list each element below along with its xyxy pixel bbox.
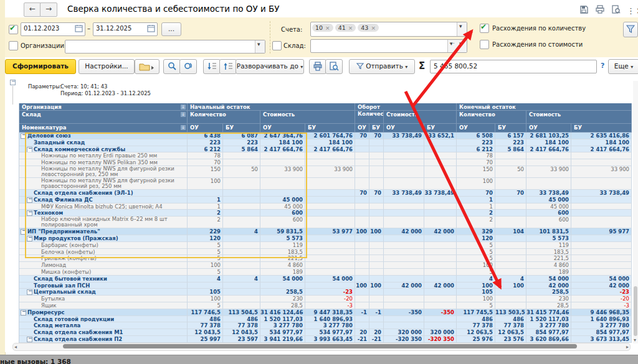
table-cell[interactable]: -350	[424, 309, 457, 316]
table-cell[interactable]	[384, 262, 424, 269]
settings-button[interactable]: Настройки...	[79, 59, 135, 74]
remove-tag-icon[interactable]	[346, 24, 353, 31]
generate-button[interactable]: Сформировать	[5, 59, 76, 74]
row-label-cell[interactable]: МФУ Konica Minolta bizhub C25; цветной; …	[19, 203, 188, 210]
table-cell[interactable]	[188, 190, 223, 197]
table-cell[interactable]	[260, 190, 305, 197]
table-cell[interactable]: 184 100	[305, 139, 355, 146]
table-cell[interactable]	[424, 146, 457, 153]
table-cell[interactable]	[369, 249, 384, 256]
table-cell[interactable]: 2 635 416,86	[571, 133, 632, 139]
table-cell[interactable]	[369, 203, 384, 210]
table-cell[interactable]	[223, 203, 260, 210]
table-cell[interactable]	[571, 152, 632, 159]
table-cell[interactable]	[188, 282, 223, 289]
table-cell[interactable]: 854 977,97	[526, 329, 571, 336]
chevron-down-icon[interactable]	[457, 22, 467, 36]
header-bu[interactable]: БУ	[369, 124, 384, 133]
table-cell[interactable]: 70	[457, 159, 495, 166]
table-cell[interactable]	[384, 242, 424, 249]
cost-diff-checkbox[interactable]	[480, 40, 489, 49]
organizations-field[interactable]	[65, 40, 265, 54]
table-cell[interactable]: 70	[188, 159, 223, 166]
table-cell[interactable]	[355, 210, 369, 217]
table-cell[interactable]	[424, 296, 457, 302]
qty-diff-checkbox[interactable]	[480, 24, 489, 33]
table-cell[interactable]	[495, 178, 526, 190]
table-cell[interactable]	[384, 255, 424, 262]
collapse-group-icon[interactable]	[27, 147, 32, 152]
table-cell[interactable]	[223, 296, 260, 302]
more-button[interactable]: Еще ▾	[608, 59, 638, 74]
table-cell[interactable]	[424, 178, 457, 190]
table-cell[interactable]	[223, 178, 260, 190]
table-cell[interactable]: 4	[223, 228, 260, 235]
header-cost[interactable]: Стоимость	[260, 111, 355, 124]
table-cell[interactable]: 33 900	[305, 166, 355, 178]
table-row[interactable]: Лимонад1004 8601004 860	[19, 262, 632, 269]
table-cell[interactable]: 70	[369, 190, 384, 197]
table-cell[interactable]	[369, 166, 384, 178]
calendar-icon[interactable]	[75, 24, 83, 33]
table-cell[interactable]: 100	[355, 282, 369, 289]
table-row[interactable]: Ножницы по металлу NWS для фигурной резк…	[19, 166, 632, 178]
remove-tag-icon[interactable]	[368, 24, 376, 31]
table-cell[interactable]: 5	[457, 242, 495, 249]
table-row[interactable]: Техноком26002600	[19, 210, 632, 217]
table-cell[interactable]	[369, 210, 384, 217]
table-cell[interactable]: 1	[457, 203, 495, 210]
table-cell[interactable]: 4	[495, 276, 526, 282]
table-row[interactable]: Деловой союз6 4386 0872 647 364,762 601 …	[19, 133, 632, 139]
collapse-group-icon[interactable]	[27, 289, 32, 295]
filter-settings-button[interactable]	[623, 22, 638, 37]
table-row[interactable]: Склад Филиала ДС145 000145 000	[19, 197, 632, 203]
table-cell[interactable]: 4 860	[526, 262, 571, 269]
collapse-groups-button[interactable]	[203, 59, 221, 74]
table-cell[interactable]	[369, 152, 384, 159]
table-cell[interactable]	[355, 159, 369, 166]
table-cell[interactable]: 70	[457, 190, 495, 197]
table-row[interactable]: Барбарис (конфеты)51195119	[19, 242, 632, 249]
table-cell[interactable]	[571, 178, 632, 190]
expand-groups-button[interactable]	[219, 59, 237, 74]
table-cell[interactable]: 2 681 103,25	[526, 133, 571, 139]
scroll-down-icon[interactable]: ▾	[634, 337, 636, 343]
table-row[interactable]: Склад отдела снабжения М112 043,512 043,…	[19, 329, 632, 336]
row-label-cell[interactable]: Склад бытовой техники	[19, 276, 188, 282]
table-cell[interactable]: 42 000	[384, 228, 424, 235]
table-cell[interactable]	[495, 262, 526, 269]
table-cell[interactable]: 33 900	[260, 166, 305, 178]
row-label-cell[interactable]: Деловой союз	[19, 133, 188, 139]
table-cell[interactable]	[223, 269, 260, 276]
table-cell[interactable]: 2 417 664,76	[526, 146, 571, 153]
table-cell[interactable]: 117 745,5	[457, 309, 495, 316]
table-cell[interactable]: 4	[223, 276, 260, 282]
table-cell[interactable]	[305, 197, 355, 203]
table-cell[interactable]	[571, 242, 632, 249]
table-cell[interactable]: 33 738,49	[384, 133, 424, 139]
chevron-down-icon[interactable]	[457, 40, 467, 52]
table-cell[interactable]: 33 738,49	[384, 190, 424, 197]
print-icon[interactable]	[594, 4, 605, 14]
table-cell[interactable]: 54 000	[260, 276, 305, 282]
account-tag[interactable]: 10	[312, 24, 333, 32]
table-cell[interactable]	[355, 289, 369, 296]
table-cell[interactable]	[355, 178, 369, 190]
table-cell[interactable]	[495, 217, 526, 228]
table-cell[interactable]	[305, 269, 355, 276]
table-cell[interactable]	[355, 255, 369, 262]
table-cell[interactable]	[305, 242, 355, 249]
table-cell[interactable]	[355, 316, 369, 323]
table-cell[interactable]: 1 520 117,03	[526, 316, 571, 323]
table-cell[interactable]	[495, 269, 526, 276]
table-cell[interactable]: 486	[188, 316, 223, 323]
table-cell[interactable]	[424, 235, 457, 242]
table-cell[interactable]: 12 063,5	[457, 329, 495, 336]
table-cell[interactable]	[424, 302, 457, 309]
table-cell[interactable]	[355, 139, 369, 146]
row-label-cell[interactable]: Ножницы по металлу NWS для фигурной резк…	[19, 178, 188, 190]
table-cell[interactable]	[424, 316, 457, 323]
table-cell[interactable]: 23 576	[495, 336, 526, 343]
table-cell[interactable]: 54 000	[526, 276, 571, 282]
table-cell[interactable]	[384, 197, 424, 203]
